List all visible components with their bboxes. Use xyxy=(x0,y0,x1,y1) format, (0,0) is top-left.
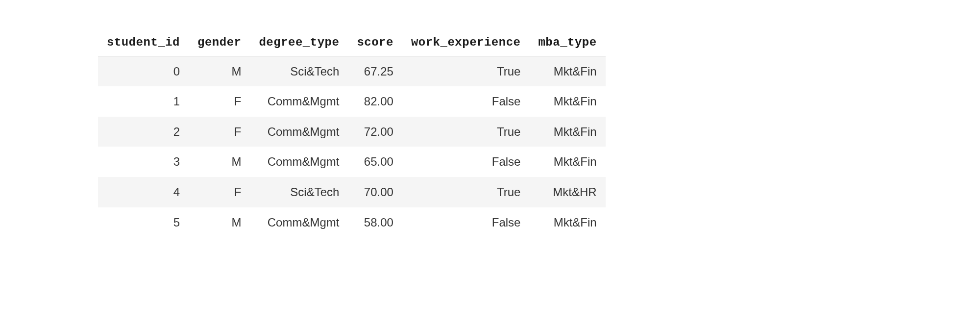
cell-gender: F xyxy=(189,86,250,117)
table-row: 2 F Comm&Mgmt 72.00 True Mkt&Fin xyxy=(98,117,606,147)
table-row: 3 M Comm&Mgmt 65.00 False Mkt&Fin xyxy=(98,147,606,177)
cell-student-id: 3 xyxy=(98,147,189,177)
cell-work-experience: False xyxy=(402,86,530,117)
cell-mba-type: Mkt&Fin xyxy=(529,207,605,238)
cell-gender: M xyxy=(189,147,250,177)
cell-work-experience: True xyxy=(402,117,530,147)
cell-mba-type: Mkt&Fin xyxy=(529,147,605,177)
cell-student-id: 2 xyxy=(98,117,189,147)
cell-student-id: 5 xyxy=(98,207,189,238)
col-header-score: score xyxy=(348,29,402,56)
cell-degree-type: Sci&Tech xyxy=(250,177,348,207)
cell-score: 65.00 xyxy=(348,147,402,177)
col-header-student-id: student_id xyxy=(98,29,189,56)
col-header-gender: gender xyxy=(189,29,250,56)
cell-work-experience: False xyxy=(402,207,530,238)
col-header-degree-type: degree_type xyxy=(250,29,348,56)
cell-gender: M xyxy=(189,56,250,86)
cell-mba-type: Mkt&Fin xyxy=(529,117,605,147)
col-header-mba-type: mba_type xyxy=(529,29,605,56)
cell-degree-type: Comm&Mgmt xyxy=(250,207,348,238)
cell-score: 67.25 xyxy=(348,56,402,86)
cell-work-experience: True xyxy=(402,177,530,207)
cell-score: 58.00 xyxy=(348,207,402,238)
table-row: 5 M Comm&Mgmt 58.00 False Mkt&Fin xyxy=(98,207,606,238)
header-row: student_id gender degree_type score work… xyxy=(98,29,606,56)
cell-student-id: 0 xyxy=(98,56,189,86)
cell-degree-type: Comm&Mgmt xyxy=(250,117,348,147)
cell-gender: F xyxy=(189,177,250,207)
cell-student-id: 4 xyxy=(98,177,189,207)
table-header: student_id gender degree_type score work… xyxy=(98,29,606,56)
cell-mba-type: Mkt&Fin xyxy=(529,86,605,117)
table-row: 4 F Sci&Tech 70.00 True Mkt&HR xyxy=(98,177,606,207)
cell-score: 72.00 xyxy=(348,117,402,147)
cell-gender: F xyxy=(189,117,250,147)
dataframe-table: student_id gender degree_type score work… xyxy=(98,29,606,237)
cell-degree-type: Sci&Tech xyxy=(250,56,348,86)
cell-score: 82.00 xyxy=(348,86,402,117)
table-row: 0 M Sci&Tech 67.25 True Mkt&Fin xyxy=(98,56,606,86)
cell-mba-type: Mkt&HR xyxy=(529,177,605,207)
cell-degree-type: Comm&Mgmt xyxy=(250,147,348,177)
cell-work-experience: True xyxy=(402,56,530,86)
table-body: 0 M Sci&Tech 67.25 True Mkt&Fin 1 F Comm… xyxy=(98,56,606,237)
table-row: 1 F Comm&Mgmt 82.00 False Mkt&Fin xyxy=(98,86,606,117)
cell-score: 70.00 xyxy=(348,177,402,207)
col-header-work-experience: work_experience xyxy=(402,29,530,56)
cell-work-experience: False xyxy=(402,147,530,177)
cell-student-id: 1 xyxy=(98,86,189,117)
cell-mba-type: Mkt&Fin xyxy=(529,56,605,86)
cell-gender: M xyxy=(189,207,250,238)
cell-degree-type: Comm&Mgmt xyxy=(250,86,348,117)
